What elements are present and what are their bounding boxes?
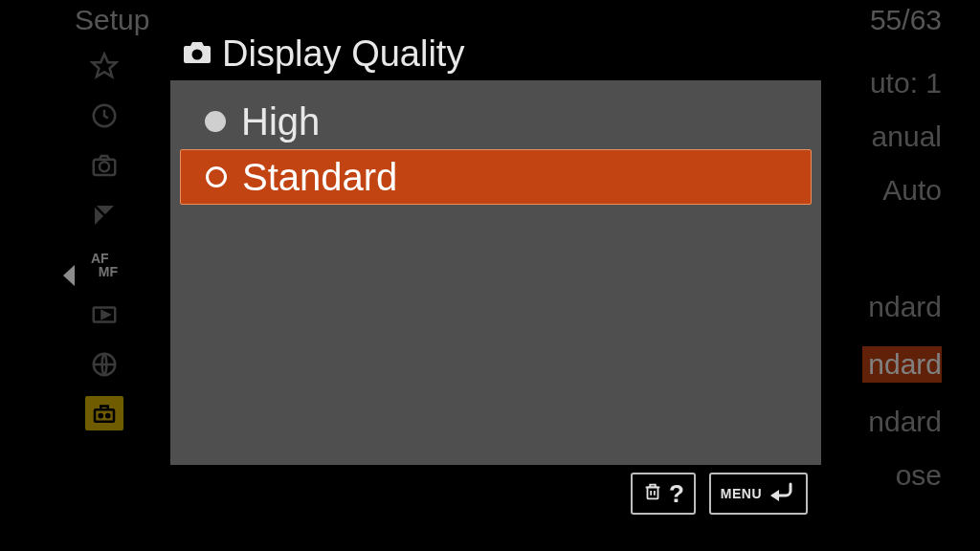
help-label: ?	[669, 479, 684, 509]
exposure-icon	[86, 197, 122, 233]
option-label: High	[241, 100, 320, 143]
bg-header: Setup	[75, 4, 149, 36]
radio-icon	[206, 166, 227, 187]
bg-value: ose	[862, 461, 942, 490]
svg-marker-6	[102, 311, 110, 319]
option-standard[interactable]: Standard	[180, 149, 812, 205]
bg-value-highlighted: ndard	[862, 346, 942, 383]
svg-rect-13	[647, 487, 657, 498]
modal-footer: ? MENU	[170, 465, 821, 522]
bg-value: ndard	[862, 408, 942, 436]
svg-marker-14	[770, 490, 779, 501]
svg-point-12	[192, 50, 203, 60]
camera-icon	[182, 38, 212, 69]
display-quality-modal: Display Quality High Standard ? MENU	[170, 27, 821, 522]
modal-body: High Standard	[170, 80, 821, 465]
option-high[interactable]: High	[180, 94, 812, 149]
star-icon	[86, 48, 122, 84]
bg-value: anual	[862, 122, 942, 151]
menu-label: MENU	[721, 486, 762, 501]
bg-value: Auto	[862, 176, 942, 205]
trash-icon	[642, 481, 663, 506]
bg-value: uto: 1	[862, 69, 942, 98]
af-mf-icon: AF MF	[85, 247, 123, 283]
svg-marker-0	[93, 55, 117, 77]
option-label: Standard	[242, 156, 397, 199]
svg-point-9	[100, 414, 102, 417]
globe-icon	[86, 346, 122, 383]
bg-sidebar: AF MF	[80, 48, 128, 430]
left-arrow-icon	[59, 263, 78, 292]
help-button[interactable]: ?	[631, 473, 696, 515]
clock-icon	[86, 98, 122, 134]
toolbox-icon	[85, 396, 123, 430]
svg-rect-8	[95, 409, 114, 422]
back-arrow-icon	[768, 480, 796, 507]
modal-title: Display Quality	[222, 33, 464, 75]
bg-value: ndard	[862, 293, 942, 321]
menu-back-button[interactable]: MENU	[709, 473, 808, 515]
camera-icon	[86, 147, 122, 184]
playback-icon	[86, 297, 122, 333]
radio-icon	[205, 111, 226, 132]
svg-marker-11	[63, 265, 75, 286]
bg-page-indicator: 55/63	[870, 4, 942, 36]
bg-values: uto: 1 anual Auto ndard ndard ndard ose	[862, 69, 942, 515]
svg-point-3	[100, 162, 109, 171]
modal-title-bar: Display Quality	[170, 27, 821, 80]
svg-point-10	[106, 414, 109, 417]
